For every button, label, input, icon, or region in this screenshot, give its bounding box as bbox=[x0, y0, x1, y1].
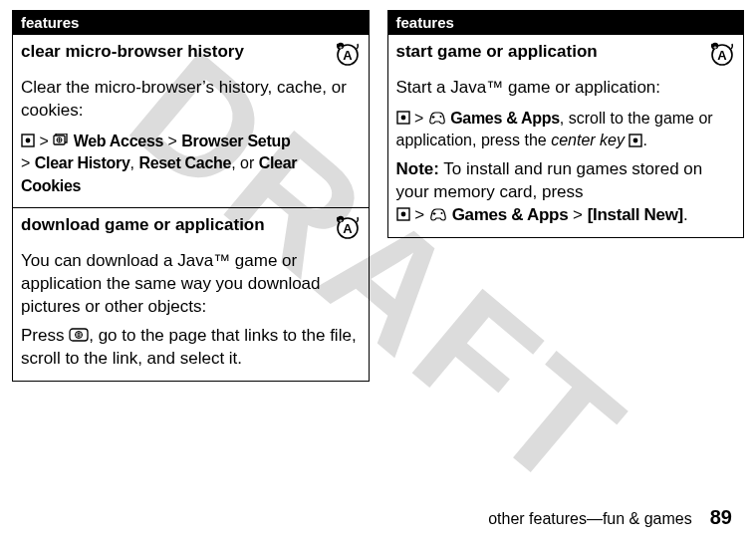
gt6: > bbox=[573, 205, 583, 224]
network-badge-icon: A + bbox=[335, 41, 361, 71]
svg-text:+: + bbox=[339, 217, 343, 223]
web-access-label: Web Access bbox=[74, 133, 163, 149]
svg-text:A: A bbox=[343, 48, 353, 63]
center-key-icon bbox=[396, 111, 410, 128]
clear-history-label: Clear History bbox=[35, 154, 130, 171]
browser-setup-label: Browser Setup bbox=[181, 133, 290, 149]
svg-point-24 bbox=[400, 211, 405, 216]
page-content: features clear micro-browser history A + bbox=[0, 0, 756, 382]
right-table: features start game or application A + bbox=[387, 10, 745, 238]
page-number: 89 bbox=[710, 506, 732, 529]
start-app-note: Note: To install and run games stored on… bbox=[396, 158, 736, 227]
games-apps-label-2: Games & Apps bbox=[452, 205, 569, 224]
right-column: features start game or application A + bbox=[387, 10, 745, 382]
svg-text:A: A bbox=[343, 221, 353, 236]
browser-key-icon bbox=[69, 328, 89, 345]
start-app-path: > Games & Apps, scroll to the game or ap… bbox=[396, 108, 736, 152]
press-label: Press bbox=[21, 326, 64, 345]
install-new-label: [Install New] bbox=[588, 205, 683, 224]
games-apps-icon bbox=[429, 207, 447, 224]
note-text: To install and run games stored on your … bbox=[396, 159, 703, 201]
left-header: features bbox=[13, 11, 369, 34]
download-app-title: download game or application bbox=[21, 214, 265, 235]
svg-point-20 bbox=[439, 116, 441, 118]
gt5: > bbox=[414, 205, 424, 224]
right-header: features bbox=[388, 11, 744, 34]
start-app-title: start game or application bbox=[396, 41, 598, 62]
gt2: > bbox=[168, 133, 177, 149]
svg-text:+: + bbox=[339, 44, 343, 50]
cell-download-app: download game or application A + You can… bbox=[13, 207, 369, 381]
center-key-text: center key bbox=[551, 132, 625, 148]
start-app-desc: Start a Java™ game or application: bbox=[396, 77, 736, 100]
left-table: features clear micro-browser history A + bbox=[12, 10, 370, 382]
gt4: > bbox=[414, 110, 423, 127]
svg-point-25 bbox=[440, 212, 442, 214]
left-column: features clear micro-browser history A + bbox=[12, 10, 370, 382]
web-access-icon bbox=[53, 134, 69, 150]
network-badge-icon: A + bbox=[335, 214, 361, 244]
reset-cache-label: Reset Cache bbox=[138, 154, 231, 171]
games-apps-label-1: Games & Apps bbox=[450, 110, 560, 127]
svg-text:+: + bbox=[713, 44, 717, 50]
center-key-icon bbox=[21, 134, 35, 150]
clear-history-title: clear micro-browser history bbox=[21, 41, 244, 62]
clear-history-desc: Clear the micro-browser’s history, cache… bbox=[21, 77, 361, 123]
svg-point-22 bbox=[633, 137, 638, 142]
cell-clear-history: clear micro-browser history A + Clear th… bbox=[13, 34, 369, 207]
or-text: or bbox=[240, 154, 254, 171]
download-app-desc: You can download a Java™ game or applica… bbox=[21, 250, 361, 319]
svg-point-19 bbox=[400, 116, 405, 121]
clear-history-path: > Web Access > Browser Setup > Clear His… bbox=[21, 131, 361, 197]
games-apps-icon bbox=[428, 111, 446, 128]
svg-text:A: A bbox=[717, 48, 727, 63]
center-key-icon bbox=[629, 134, 642, 150]
network-badge-icon: A + bbox=[709, 41, 735, 71]
gt3: > bbox=[21, 154, 30, 171]
cell-start-app: start game or application A + Start a Ja… bbox=[388, 34, 744, 237]
page-footer: other features—fun & games 89 bbox=[488, 506, 732, 529]
download-app-instruction: Press , go to the page that links to the… bbox=[21, 325, 361, 371]
svg-point-5 bbox=[26, 138, 31, 143]
note-label: Note: bbox=[396, 159, 439, 178]
gt1: > bbox=[39, 133, 48, 149]
center-key-icon bbox=[396, 207, 410, 224]
footer-section: other features—fun & games bbox=[488, 510, 692, 528]
